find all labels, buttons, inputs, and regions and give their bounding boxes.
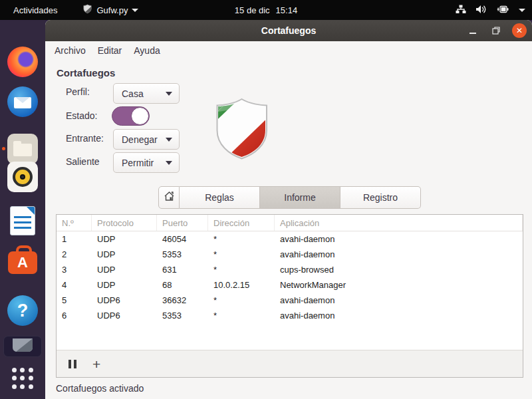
gufw-shield-icon [10,337,35,356]
saliente-dropdown[interactable]: Permitir [113,152,180,173]
tab-registro[interactable]: Registro [340,186,421,209]
table-cell: UDP6 [92,308,157,323]
table-cell: 3 [57,262,92,277]
clock-date: 15 de dic [235,5,270,15]
report-toolbar: + [57,350,523,377]
table-cell: UDP [92,231,157,247]
table-cell: * [208,231,275,247]
toggle-knob [131,107,149,125]
dock-item-app-grid[interactable] [7,363,38,394]
entrante-dropdown[interactable]: Denegar [113,129,180,150]
dock-item-gufw[interactable] [3,336,42,357]
saliente-value: Permitir [122,158,154,168]
dock: A ? [0,20,45,399]
dock-item-help[interactable]: ? [7,295,38,326]
dock-item-thunderbird[interactable] [7,86,38,117]
report-table-body: 1UDP46054*avahi-daemon2UDP5353*avahi-dae… [57,231,523,350]
table-cell: 1 [57,231,92,247]
tab-informe[interactable]: Informe [260,186,340,209]
table-cell: NetworkManager [275,277,523,293]
table-cell: UDP [92,247,157,262]
caret-down-icon [519,9,525,12]
table-cell: 5 [57,293,92,308]
add-rule-button[interactable]: + [92,357,100,371]
table-cell: 6 [57,308,92,323]
system-status-area[interactable] [456,0,525,20]
rhythmbox-icon [7,162,38,192]
table-cell: 46054 [157,231,208,247]
table-cell: 2 [57,247,92,262]
home-icon [164,191,175,204]
table-cell: * [208,293,275,308]
app-menu-label: Gufw.py [96,5,128,15]
table-cell: avahi-daemon [275,247,523,262]
column-header[interactable]: Puerto [157,215,208,231]
chevron-down-icon [166,92,172,96]
menubar: Archivo Editar Ayuda [45,41,532,60]
estado-toggle[interactable] [112,106,150,126]
dock-item-files[interactable] [7,117,38,148]
gufw-window: Cortafuegos ✕ Archivo Editar Ayuda Corta… [45,20,532,399]
pause-button[interactable] [68,360,76,368]
section-title: Cortafuegos [57,67,115,78]
table-row[interactable]: 5UDP636632*avahi-daemon [57,293,523,308]
column-header[interactable]: Dirección [208,215,275,231]
clock-time: 15:14 [276,5,298,15]
dock-item-firefox[interactable] [7,47,38,77]
column-header[interactable]: N.º [57,215,92,231]
minimize-button[interactable] [466,23,480,38]
battery-icon [496,5,509,16]
entrante-value: Denegar [122,134,158,145]
network-icon [456,5,466,16]
chevron-down-icon [166,161,172,165]
status-text: Cortafuegos activado [56,383,144,394]
close-button[interactable]: ✕ [512,23,527,38]
table-cell: UDP6 [92,293,157,308]
table-cell: 5353 [157,247,208,262]
perfil-value: Casa [122,88,144,99]
column-header[interactable]: Protocolo [92,215,157,231]
table-cell: * [208,247,275,262]
saliente-label: Saliente [66,156,100,167]
app-menu-button[interactable]: Gufw.py [78,1,142,19]
desktop: Actividades Gufw.py 15 de dic 15:14 [0,0,532,399]
table-row[interactable]: 1UDP46054*avahi-daemon [57,231,523,247]
table-cell: UDP [92,262,157,277]
menu-archivo[interactable]: Archivo [49,43,92,59]
app-grid-icon [10,366,35,391]
titlebar[interactable]: Cortafuegos ✕ [45,20,532,41]
table-cell: cups-browsed [275,262,523,277]
tab-reglas[interactable]: Reglas [180,186,260,209]
table-cell: 631 [157,262,208,277]
volume-icon [475,5,487,16]
help-icon: ? [7,295,38,326]
estado-label: Estado: [66,110,97,121]
table-cell: UDP [92,277,157,293]
restore-button[interactable] [489,23,503,38]
menu-ayuda[interactable]: Ayuda [128,43,166,59]
table-cell: 68 [157,277,208,293]
table-row[interactable]: 4UDP6810.0.2.15NetworkManager [57,277,523,293]
activities-button[interactable]: Actividades [8,3,63,18]
firefox-icon [7,47,38,77]
table-row[interactable]: 3UDP631*cups-browsed [57,262,523,277]
running-indicator-dot [2,147,5,150]
column-header[interactable]: Aplicación [275,215,523,231]
window-title: Cortafuegos [261,25,316,36]
tab-home[interactable] [158,186,180,209]
table-row[interactable]: 6UDP65353*avahi-daemon [57,308,523,323]
files-icon [7,134,38,164]
table-row[interactable]: 2UDP5353*avahi-daemon [57,247,523,262]
dock-item-ubuntu-software[interactable]: A [7,245,38,275]
top-panel: Actividades Gufw.py 15 de dic 15:14 [0,0,532,20]
dock-item-libreoffice-writer[interactable] [7,205,38,236]
menu-editar[interactable]: Editar [92,43,128,59]
perfil-label: Perfil: [66,86,90,97]
table-cell: * [208,262,275,277]
perfil-dropdown[interactable]: Casa [113,83,180,104]
gufw-shield-icon [82,4,92,16]
libreoffice-writer-icon [10,206,35,235]
dock-item-rhythmbox[interactable] [7,162,38,192]
table-cell: 36632 [157,293,208,308]
thunderbird-icon [7,86,38,117]
